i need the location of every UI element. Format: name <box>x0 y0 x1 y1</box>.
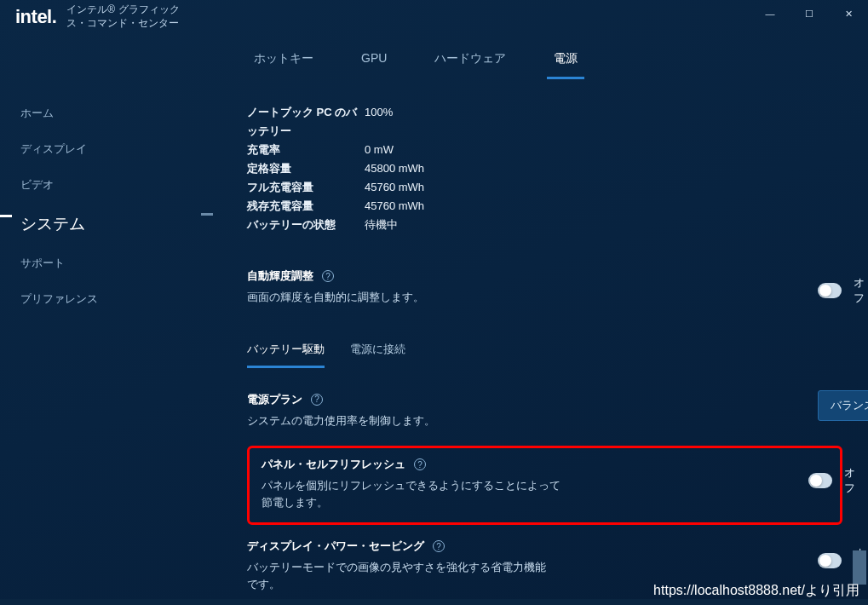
info-value: 45760 mWh <box>365 178 424 197</box>
info-label: ノートブック PC のバッテリー <box>247 103 365 141</box>
power-plan-desc: システムの電力使用率を制御します。 <box>247 412 554 429</box>
panel-refresh-title: パネル・セルフリフレッシュ <box>262 457 405 472</box>
panel-refresh-toggle[interactable] <box>808 473 832 488</box>
sidebar-item-display[interactable]: ディスプレイ <box>0 131 213 167</box>
toggle-state: オフ <box>854 275 868 306</box>
subtab-plugged[interactable]: 電源に接続 <box>350 337 405 368</box>
panel-refresh-highlight: パネル・セルフリフレッシュ ? パネルを個別にリフレッシュできるようにすることに… <box>247 446 842 525</box>
sidebar: ホーム ディスプレイ ビデオ システム サポート プリファレンス <box>0 34 213 599</box>
auto-brightness-title: 自動輝度調整 <box>247 268 313 284</box>
info-value: 45760 mWh <box>365 197 424 216</box>
auto-brightness-toggle[interactable] <box>818 283 842 298</box>
battery-info: ノートブック PC のバッテリー100% 充電率0 mW 定格容量45800 m… <box>247 103 842 234</box>
display-saving-title: ディスプレイ・パワー・セービング <box>247 539 424 554</box>
display-saving-desc: バッテリーモードでの画像の見やすさを強化する省電力機能です。 <box>247 559 554 592</box>
intel-logo: intel. <box>0 6 61 28</box>
info-value: 0 mW <box>365 141 394 159</box>
tab-gpu[interactable]: GPU <box>354 43 394 79</box>
dropdown-value: バランスモード <box>831 398 868 413</box>
tab-power[interactable]: 電源 <box>547 43 584 79</box>
info-value: 100% <box>365 103 393 141</box>
info-label: フル充電容量 <box>247 178 365 197</box>
sidebar-item-support[interactable]: サポート <box>0 245 213 281</box>
subtab-battery[interactable]: バッテリー駆動 <box>247 337 325 368</box>
help-icon[interactable]: ? <box>433 540 445 552</box>
help-icon[interactable]: ? <box>322 270 334 282</box>
sidebar-item-preferences[interactable]: プリファレンス <box>0 281 213 317</box>
info-label: 充電率 <box>247 141 365 159</box>
auto-brightness-desc: 画面の輝度を自動的に調整します。 <box>247 289 554 306</box>
info-label: 定格容量 <box>247 159 365 178</box>
info-value: 待機中 <box>365 216 398 234</box>
toggle-state: オフ <box>844 465 862 496</box>
display-saving-toggle[interactable] <box>818 553 842 568</box>
sidebar-item-video[interactable]: ビデオ <box>0 167 213 203</box>
attribution-text: https://localhost8888.net/より引用 <box>653 582 859 600</box>
scrollbar-thumb[interactable] <box>853 550 866 585</box>
tab-hardware[interactable]: ハードウェア <box>428 43 513 79</box>
panel-refresh-desc: パネルを個別にリフレッシュできるようにすることによって節電します。 <box>262 477 568 510</box>
help-icon[interactable]: ? <box>311 394 323 406</box>
sidebar-item-system[interactable]: システム <box>0 203 213 245</box>
app-title: インテル® グラフィックス・コマンド・センター <box>61 3 193 30</box>
sidebar-item-home[interactable]: ホーム <box>0 95 213 131</box>
close-button[interactable]: ✕ <box>829 0 868 27</box>
tab-hotkey[interactable]: ホットキー <box>247 43 320 79</box>
power-plan-dropdown[interactable]: バランスモード <box>818 390 868 421</box>
info-value: 45800 mWh <box>365 159 424 178</box>
info-label: バッテリーの状態 <box>247 216 365 234</box>
info-label: 残存充電容量 <box>247 197 365 216</box>
minimize-button[interactable]: — <box>750 0 790 27</box>
power-plan-title: 電源プラン <box>247 392 302 407</box>
maximize-button[interactable]: ☐ <box>790 0 829 27</box>
help-icon[interactable]: ? <box>414 458 426 470</box>
